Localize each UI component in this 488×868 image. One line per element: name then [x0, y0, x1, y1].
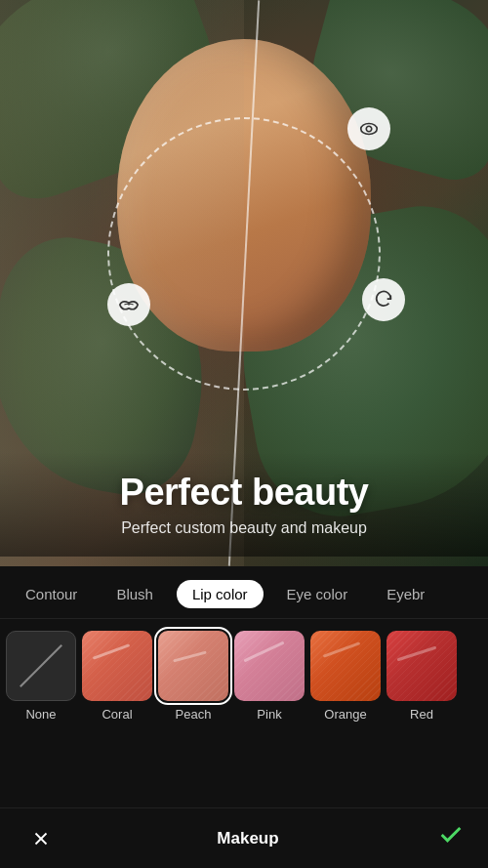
swatch-peach[interactable]: Peach	[158, 631, 228, 722]
bottom-panel: Contour Blush Lip color Eye color Eyebr …	[0, 566, 488, 868]
tab-blush[interactable]: Blush	[101, 580, 169, 608]
swatch-none[interactable]: None	[6, 631, 76, 722]
swatch-orange-label: Orange	[324, 707, 366, 722]
category-tabs: Contour Blush Lip color Eye color Eyebr	[0, 566, 488, 619]
tab-eyebrow[interactable]: Eyebr	[371, 580, 440, 608]
swatch-pink-box	[234, 631, 305, 701]
swatch-texture	[234, 631, 305, 701]
app-container: Perfect beauty Perfect custom beauty and…	[0, 0, 488, 868]
hero-text-container: Perfect beauty Perfect custom beauty and…	[0, 452, 488, 557]
swatches-row: None Coral Peach Pink	[0, 619, 488, 807]
close-button[interactable]	[23, 821, 59, 856]
swatch-coral-label: Coral	[102, 707, 132, 722]
swatch-peach-label: Peach	[176, 707, 212, 722]
eye-icon[interactable]	[347, 107, 390, 150]
swatch-red-box	[386, 631, 457, 701]
swatch-pink[interactable]: Pink	[234, 631, 305, 722]
swatch-coral-box	[82, 631, 152, 701]
refresh-icon[interactable]	[362, 278, 405, 321]
swatch-coral[interactable]: Coral	[82, 631, 152, 722]
confirm-button[interactable]	[437, 821, 465, 855]
swatch-red[interactable]: Red	[386, 631, 457, 722]
hero-section: Perfect beauty Perfect custom beauty and…	[0, 0, 488, 566]
tab-contour[interactable]: Contour	[10, 580, 93, 608]
hero-subtitle: Perfect custom beauty and makeup	[20, 519, 468, 537]
bottom-bar: Makeup	[0, 807, 488, 868]
swatch-orange[interactable]: Orange	[310, 631, 381, 722]
hero-title: Perfect beauty	[20, 472, 468, 514]
swatch-peach-box	[158, 631, 228, 701]
none-line	[20, 644, 62, 687]
tab-eye-color[interactable]: Eye color	[271, 580, 364, 608]
swatch-none-label: None	[25, 707, 56, 722]
swatch-texture	[310, 631, 381, 701]
swatch-texture	[386, 631, 457, 701]
swatch-pink-label: Pink	[257, 707, 281, 722]
svg-point-0	[361, 124, 378, 135]
swatch-orange-box	[310, 631, 381, 701]
lips-icon[interactable]	[107, 283, 150, 326]
swatch-texture	[158, 631, 228, 701]
swatch-none-box	[6, 631, 76, 701]
tab-lip-color[interactable]: Lip color	[177, 580, 264, 608]
swatch-red-label: Red	[410, 707, 433, 722]
swatch-texture	[82, 631, 152, 701]
svg-point-1	[366, 126, 372, 132]
bottom-bar-title: Makeup	[217, 829, 278, 848]
